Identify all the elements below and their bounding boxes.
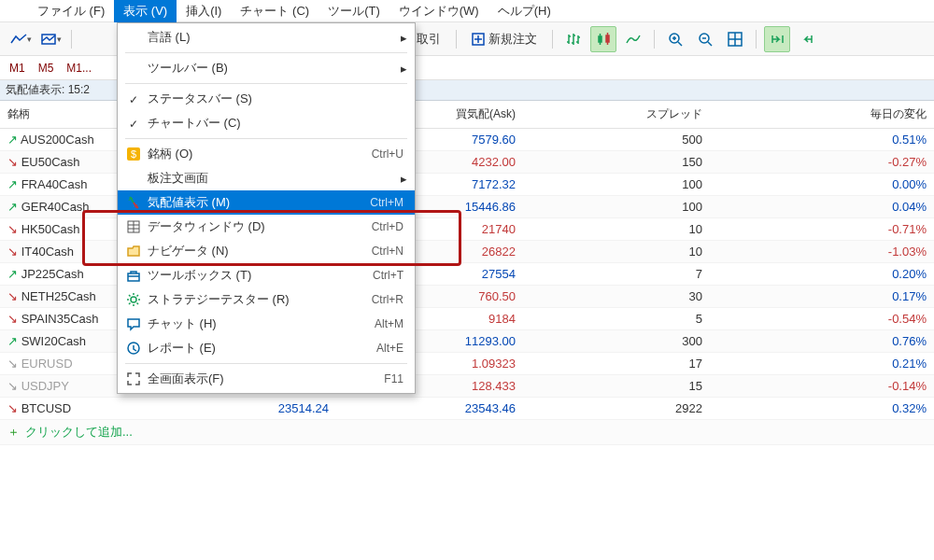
check-icon [129,92,138,106]
menu-item[interactable]: $銘柄 (O)Ctrl+U [118,142,415,166]
menu-item[interactable]: 全画面表示(F)F11 [118,367,415,391]
menu-item-label: 銘柄 (O) [144,146,372,162]
col-spread[interactable]: スプレッド [523,101,710,129]
svg-rect-13 [128,273,139,281]
change-cell: 0.04% [710,196,934,218]
menu-item-icon [123,268,144,283]
menu-item[interactable]: ツールバー (B)▸ [118,56,415,80]
svg-rect-5 [599,36,601,42]
spread-cell: 500 [523,129,710,151]
menu-tools[interactable]: ツール(T) [318,0,389,22]
menu-item[interactable]: チャートバー (C) [118,111,415,135]
candles-icon[interactable] [590,26,616,52]
trend-arrow-icon: ↘ [7,222,18,236]
spread-cell: 7 [523,263,710,286]
change-cell: 0.00% [710,174,934,196]
spread-cell: 5 [523,308,710,330]
col-change[interactable]: 毎日の変化 [710,101,934,129]
spread-cell: 150 [523,151,710,174]
trend-arrow-icon: ↘ [7,357,18,371]
menu-item-label: チャット (H) [144,315,375,332]
svg-text:$: $ [131,148,136,160]
spread-cell: 300 [523,330,710,353]
menu-file[interactable]: ファイル (F) [28,0,114,22]
menu-item-icon [123,117,144,131]
menu-item-icon: $ [123,147,144,161]
change-cell: -0.14% [710,375,934,398]
line-chart-icon[interactable]: ▾ [7,26,34,52]
plus-icon: ＋ [7,425,20,439]
menu-item-label: ツールバー (B) [144,60,403,77]
menu-item[interactable]: 気配値表示 (M)Ctrl+M [118,190,415,215]
menu-view[interactable]: 表示 (V) [114,0,177,22]
menu-item[interactable]: 言語 (L)▸ [118,25,415,49]
menu-item-label: チャートバー (C) [144,115,403,132]
menu-separator [125,363,407,364]
menu-insert[interactable]: 挿入(I) [177,0,231,22]
submenu-arrow-icon: ▸ [401,31,407,45]
menu-item-icon [123,292,144,307]
line-icon[interactable] [620,26,646,52]
menu-item[interactable]: レポート (E)Alt+E [118,336,415,360]
menu-item[interactable]: ツールボックス (T)Ctrl+T [118,263,415,287]
change-cell: -0.54% [710,308,934,330]
app-icon [6,4,24,19]
auto-scroll-icon[interactable] [794,26,820,52]
tf-more[interactable]: M1... [66,62,92,75]
svg-rect-6 [606,35,609,42]
menu-window[interactable]: ウインドウ(W) [389,0,488,22]
view-menu-dropdown: 言語 (L)▸ツールバー (B)▸ステータスバー (S)チャートバー (C)$銘… [117,22,416,394]
toolbar-sep [552,30,553,49]
menu-item[interactable]: ストラテジーテスター (R)Ctrl+R [118,287,415,312]
trend-arrow-icon: ↘ [7,155,18,169]
bars-icon[interactable] [560,26,587,52]
menu-item[interactable]: 板注文画面▸ [118,166,415,190]
menubar: ファイル (F) 表示 (V) 挿入(I) チャート (C) ツール(T) ウイ… [0,0,934,22]
spread-cell: 17 [523,353,710,375]
trend-arrow-icon: ↘ [7,379,18,393]
menu-item-shortcut: Ctrl+U [372,147,403,161]
add-symbol-row[interactable]: ＋クリックして追加... [0,420,934,445]
new-order-button[interactable]: 新規注文 [464,31,545,48]
spread-cell: 15 [523,375,710,398]
menu-item-label: ナビゲータ (N) [144,243,372,259]
shift-end-icon[interactable] [764,26,790,52]
menu-item-label: ストラテジーテスター (R) [144,291,372,308]
tf-m1[interactable]: M1 [9,62,25,75]
menu-item-icon [123,219,144,234]
menu-item-label: 板注文画面 [144,170,403,187]
spread-cell: 10 [523,218,710,241]
trend-arrow-icon: ↗ [7,133,18,147]
tf-m5[interactable]: M5 [38,62,54,75]
symbol-cell: ↘ BTCUSD [0,398,149,420]
new-order-label: 新規注文 [488,31,537,48]
menu-item-icon [123,244,144,259]
table-row[interactable]: ↘ BTCUSD23514.2423543.4629220.32% [0,398,934,420]
change-cell: -0.71% [710,218,934,241]
menu-item-shortcut: Ctrl+R [372,293,403,306]
menu-item-icon [123,341,144,356]
menu-item[interactable]: データウィンドウ (D)Ctrl+D [118,215,415,239]
menu-item-shortcut: Alt+M [375,317,403,330]
ask-cell: 23543.46 [336,398,523,420]
toolbar-sep [654,30,655,49]
menu-item[interactable]: ステータスバー (S) [118,87,415,111]
menu-separator [125,83,407,84]
spread-cell: 30 [523,286,710,308]
menu-item[interactable]: チャット (H)Alt+M [118,312,415,336]
trend-arrow-icon: ↗ [7,334,18,348]
menu-item[interactable]: ナビゲータ (N)Ctrl+N [118,239,415,263]
zoom-in-icon[interactable] [662,26,688,52]
menu-item-label: 全画面表示(F) [144,371,384,387]
grid-icon[interactable] [722,26,748,52]
menu-item-shortcut: Ctrl+D [372,220,403,233]
zoom-out-icon[interactable] [692,26,718,52]
indicator-icon[interactable]: ▾ [37,26,64,52]
menu-item-icon [123,92,144,106]
trend-arrow-icon: ↗ [7,200,18,214]
toolbar-sep [71,30,72,49]
menu-chart[interactable]: チャート (C) [231,0,318,22]
check-icon [129,117,138,131]
menu-help[interactable]: ヘルプ(H) [488,0,560,22]
menu-item-label: 言語 (L) [144,29,403,46]
